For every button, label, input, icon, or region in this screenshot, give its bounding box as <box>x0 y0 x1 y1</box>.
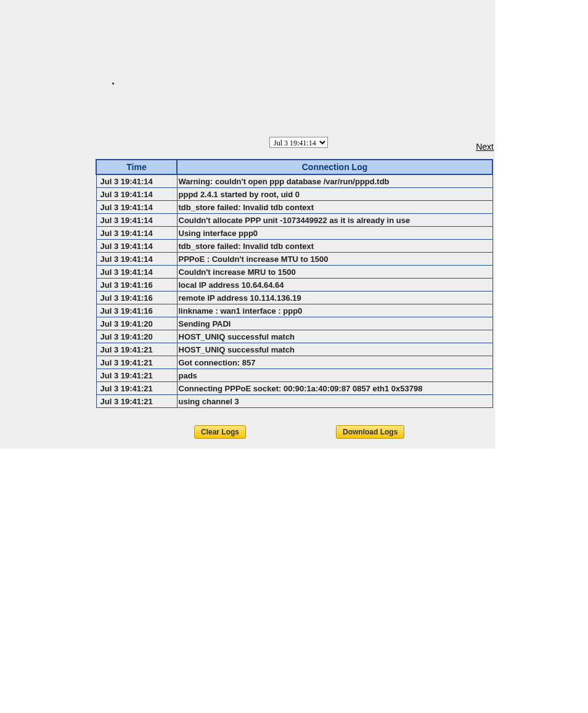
message-cell: HOST_UNIQ successful match <box>177 330 492 343</box>
button-row: Clear Logs Download Logs <box>96 425 493 441</box>
message-cell: Couldn't increase MRU to 1500 <box>177 266 492 279</box>
table-row: Jul 3 19:41:16remote IP address 10.114.1… <box>96 291 492 304</box>
time-cell: Jul 3 19:41:14 <box>96 227 177 240</box>
table-row: Jul 3 19:41:21Got connection: 857 <box>96 356 492 369</box>
time-cell: Jul 3 19:41:21 <box>96 343 177 356</box>
message-cell: tdb_store failed: Invalid tdb context <box>177 240 492 253</box>
time-cell: Jul 3 19:41:21 <box>96 395 177 408</box>
message-cell: Connecting PPPoE socket: 00:90:1a:40:09:… <box>177 382 492 395</box>
time-cell: Jul 3 19:41:21 <box>96 356 177 369</box>
message-cell: Got connection: 857 <box>177 356 492 369</box>
message-cell: remote IP address 10.114.136.19 <box>177 291 492 304</box>
clear-logs-button[interactable]: Clear Logs <box>194 425 246 439</box>
next-link[interactable]: Next <box>476 142 494 152</box>
table-row: Jul 3 19:41:14tdb_store failed: Invalid … <box>96 201 492 214</box>
table-row: Jul 3 19:41:14tdb_store failed: Invalid … <box>96 240 492 253</box>
table-row: Jul 3 19:41:14Couldn't allocate PPP unit… <box>96 214 492 227</box>
message-cell: Couldn't allocate PPP unit -1073449922 a… <box>177 214 492 227</box>
time-cell: Jul 3 19:41:14 <box>96 188 177 201</box>
log-panel: Jul 3 19:41:14 Next Time Connection Log … <box>0 0 495 449</box>
message-cell: Sending PADI <box>177 317 492 330</box>
time-cell: Jul 3 19:41:16 <box>96 279 177 291</box>
table-header-row: Time Connection Log <box>96 160 492 174</box>
message-cell: Warning: couldn't open ppp database /var… <box>177 174 492 188</box>
time-cell: Jul 3 19:41:16 <box>96 291 177 304</box>
message-cell: Using interface ppp0 <box>177 227 492 240</box>
message-cell: HOST_UNIQ successful match <box>177 343 492 356</box>
table-row: Jul 3 19:41:21pads <box>96 369 492 382</box>
table-row: Jul 3 19:41:16linkname : wan1 interface … <box>96 304 492 317</box>
header-log: Connection Log <box>177 160 492 174</box>
message-cell: pads <box>177 369 492 382</box>
time-select[interactable]: Jul 3 19:41:14 <box>269 137 328 148</box>
message-cell: PPPoE : Couldn't increase MTU to 1500 <box>177 253 492 266</box>
time-cell: Jul 3 19:41:14 <box>96 266 177 279</box>
time-cell: Jul 3 19:41:21 <box>96 382 177 395</box>
table-row: Jul 3 19:41:14pppd 2.4.1 started by root… <box>96 188 492 201</box>
time-cell: Jul 3 19:41:21 <box>96 369 177 382</box>
time-cell: Jul 3 19:41:16 <box>96 304 177 317</box>
time-cell: Jul 3 19:41:14 <box>96 253 177 266</box>
message-cell: local IP address 10.64.64.64 <box>177 279 492 291</box>
time-cell: Jul 3 19:41:14 <box>96 201 177 214</box>
table-row: Jul 3 19:41:14Warning: couldn't open ppp… <box>96 174 492 188</box>
message-cell: pppd 2.4.1 started by root, uid 0 <box>177 188 492 201</box>
download-logs-button[interactable]: Download Logs <box>336 425 404 439</box>
table-row: Jul 3 19:41:16local IP address 10.64.64.… <box>96 279 492 291</box>
table-row: Jul 3 19:41:20Sending PADI <box>96 317 492 330</box>
table-row: Jul 3 19:41:21Connecting PPPoE socket: 0… <box>96 382 492 395</box>
time-cell: Jul 3 19:41:14 <box>96 240 177 253</box>
table-row: Jul 3 19:41:14Couldn't increase MRU to 1… <box>96 266 492 279</box>
bullet-dot <box>112 83 114 84</box>
message-cell: tdb_store failed: Invalid tdb context <box>177 201 492 214</box>
table-row: Jul 3 19:41:14Using interface ppp0 <box>96 227 492 240</box>
table-row: Jul 3 19:41:20HOST_UNIQ successful match <box>96 330 492 343</box>
time-cell: Jul 3 19:41:20 <box>96 330 177 343</box>
table-row: Jul 3 19:41:14PPPoE : Couldn't increase … <box>96 253 492 266</box>
top-row: Jul 3 19:41:14 Next <box>96 137 495 153</box>
table-row: Jul 3 19:41:21using channel 3 <box>96 395 492 408</box>
connection-log-table: Time Connection Log Jul 3 19:41:14Warnin… <box>96 159 493 408</box>
header-time: Time <box>96 160 177 174</box>
time-cell: Jul 3 19:41:20 <box>96 317 177 330</box>
table-row: Jul 3 19:41:21HOST_UNIQ successful match <box>96 343 492 356</box>
time-cell: Jul 3 19:41:14 <box>96 214 177 227</box>
message-cell: linkname : wan1 interface : ppp0 <box>177 304 492 317</box>
message-cell: using channel 3 <box>177 395 492 408</box>
time-cell: Jul 3 19:41:14 <box>96 174 177 188</box>
